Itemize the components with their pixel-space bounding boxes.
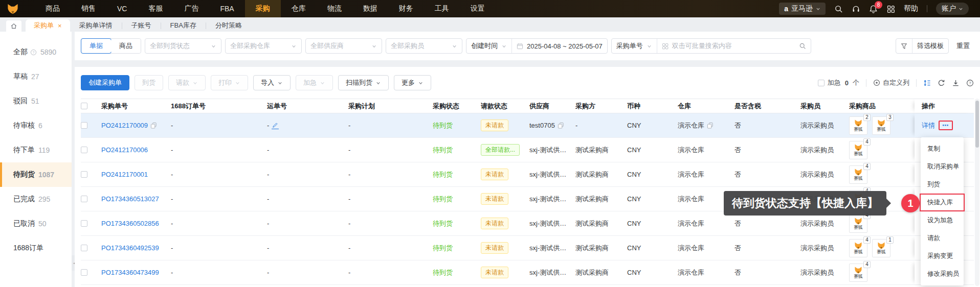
refresh-button[interactable]: [938, 79, 945, 87]
sidebar-item-2[interactable]: 驳回 51: [0, 89, 72, 113]
nav-item-11[interactable]: 工具: [424, 0, 460, 17]
search-icon[interactable]: [799, 42, 806, 50]
home-tab-button[interactable]: [6, 20, 21, 32]
detail-link[interactable]: 详情: [922, 121, 935, 130]
menu-item-6[interactable]: 采购变更: [921, 247, 964, 265]
copy-icon[interactable]: [707, 122, 714, 129]
toolbar-button-2[interactable]: 打印: [211, 75, 248, 90]
menu-item-4[interactable]: 设为加急: [921, 211, 964, 229]
product-thumbnail[interactable]: 赛狐2: [849, 116, 867, 135]
po-number-link[interactable]: PO1734360502856: [101, 220, 159, 227]
tab-3[interactable]: 分时策略: [206, 21, 251, 30]
col-header-4[interactable]: 采购状态: [433, 102, 481, 111]
vertical-scrollbar[interactable]: [975, 99, 979, 286]
filter-select-2[interactable]: 全部供应商: [305, 38, 382, 54]
row-checkbox[interactable]: [81, 269, 87, 276]
col-header-12[interactable]: 采购商品: [849, 102, 915, 111]
advanced-filter-button[interactable]: [896, 39, 912, 53]
col-header-2[interactable]: 运单号: [267, 102, 348, 111]
search-icon[interactable]: [834, 5, 843, 13]
headset-icon[interactable]: [852, 5, 860, 13]
nav-item-2[interactable]: VC: [106, 0, 138, 17]
view-toggle-0[interactable]: 单据: [81, 38, 112, 54]
col-header-1[interactable]: 1688订单号: [171, 102, 267, 111]
help-icon[interactable]: ?: [30, 49, 37, 56]
search-input[interactable]: 双击可批量搜索内容: [657, 39, 811, 53]
row-checkbox[interactable]: [81, 171, 87, 178]
product-thumbnail[interactable]: 赛狐4: [849, 239, 867, 257]
toolbar-button-5[interactable]: 扫描到货: [338, 75, 389, 90]
menu-item-1[interactable]: 取消采购单: [921, 158, 964, 176]
menu-item-7[interactable]: 修改采购员: [921, 265, 964, 283]
po-number-link[interactable]: PO1734360473499: [101, 269, 159, 276]
tab-0[interactable]: 采购单详情: [70, 21, 122, 30]
col-header-9[interactable]: 仓库: [678, 102, 734, 111]
product-thumbnail[interactable]: 赛狐4: [849, 264, 867, 282]
product-thumbnail[interactable]: 赛狐4: [849, 141, 867, 159]
sidebar-item-5[interactable]: 待到货 1087: [0, 162, 72, 187]
filter-template-button[interactable]: 筛选模板: [912, 39, 948, 53]
col-header-8[interactable]: 币种: [627, 102, 678, 111]
col-header-3[interactable]: 采购计划: [348, 102, 433, 111]
view-toggle-1[interactable]: 商品: [111, 39, 141, 53]
toolbar-button-4[interactable]: 加急: [296, 75, 333, 90]
nav-item-4[interactable]: 广告: [173, 0, 209, 17]
filter-select-3[interactable]: 全部采购员: [386, 38, 462, 54]
toolbar-button-1[interactable]: 请款: [168, 75, 206, 90]
sidebar-item-3[interactable]: 待审核 6: [0, 113, 72, 138]
nav-item-10[interactable]: 财务: [388, 0, 424, 17]
row-checkbox[interactable]: [81, 245, 87, 251]
sidebar-item-4[interactable]: 待下单 119: [0, 138, 72, 162]
filter-select-1[interactable]: 全部采购仓库: [225, 38, 302, 54]
product-thumbnail[interactable]: 赛狐4: [849, 165, 867, 184]
table-help-button[interactable]: ?: [966, 79, 974, 87]
reset-button[interactable]: 重置: [952, 41, 974, 51]
copy-icon[interactable]: [558, 122, 564, 129]
filter-select-0[interactable]: 全部到货状态: [145, 38, 221, 54]
sidebar-item-6[interactable]: 已完成 295: [0, 187, 72, 211]
date-type-select[interactable]: 创建时间: [466, 39, 511, 53]
nav-item-1[interactable]: 销售: [71, 0, 106, 17]
menu-item-3[interactable]: 快捷入库: [920, 194, 965, 211]
nav-item-7[interactable]: 仓库: [281, 0, 317, 17]
edit-waybill-button[interactable]: [272, 122, 279, 129]
po-number-link[interactable]: PO2412170001: [101, 171, 148, 178]
po-number-link[interactable]: PO2412170009: [101, 122, 148, 129]
account-menu[interactable]: 账户: [936, 3, 969, 15]
toolbar-button-6[interactable]: 更多: [394, 75, 431, 90]
row-checkbox[interactable]: [81, 147, 87, 153]
col-header-10[interactable]: 是否含税: [734, 102, 800, 111]
apps-grid-icon[interactable]: [886, 5, 895, 13]
product-thumbnail[interactable]: 赛狐4: [849, 214, 867, 233]
tab-2[interactable]: FBA库存: [161, 21, 206, 30]
menu-item-5[interactable]: 请款: [921, 229, 964, 247]
close-tab-icon[interactable]: ×: [58, 22, 62, 30]
select-all-checkbox[interactable]: [81, 103, 87, 109]
nav-item-12[interactable]: 设置: [460, 0, 496, 17]
date-range-input[interactable]: 2025-04-08 ~ 2025-05-07: [512, 39, 607, 53]
nav-item-0[interactable]: 商品: [35, 0, 71, 17]
scrollbar-thumb[interactable]: [975, 101, 979, 148]
row-height-button[interactable]: [923, 79, 931, 87]
nav-item-6[interactable]: 采购: [245, 0, 281, 17]
toolbar-button-0[interactable]: 到货: [135, 75, 163, 90]
create-po-button[interactable]: 创建采购单: [81, 75, 129, 90]
row-checkbox[interactable]: [81, 122, 87, 129]
row-checkbox[interactable]: [81, 220, 87, 227]
tab-purchase-orders[interactable]: 采购单 ×: [26, 19, 70, 32]
urgent-only-checkbox[interactable]: [818, 80, 825, 86]
notification-bell-icon[interactable]: 8: [869, 5, 878, 13]
marketplace-switcher[interactable]: a 亚马逊: [779, 3, 826, 15]
nav-item-5[interactable]: FBA: [209, 0, 244, 17]
po-number-link[interactable]: PO1734360492539: [101, 244, 159, 252]
nav-item-9[interactable]: 数据: [352, 0, 388, 17]
po-number-link[interactable]: PO2412170006: [101, 146, 148, 154]
po-number-link[interactable]: PO1734360513027: [101, 195, 159, 203]
export-button[interactable]: [952, 79, 960, 87]
customize-columns-button[interactable]: 自定义列: [873, 78, 909, 87]
col-header-11[interactable]: 采购员: [800, 102, 849, 111]
product-thumbnail[interactable]: 赛狐3: [872, 116, 890, 135]
row-checkbox[interactable]: [81, 196, 87, 202]
col-header-7[interactable]: 采购方: [575, 102, 627, 111]
col-header-6[interactable]: 供应商: [529, 102, 575, 111]
